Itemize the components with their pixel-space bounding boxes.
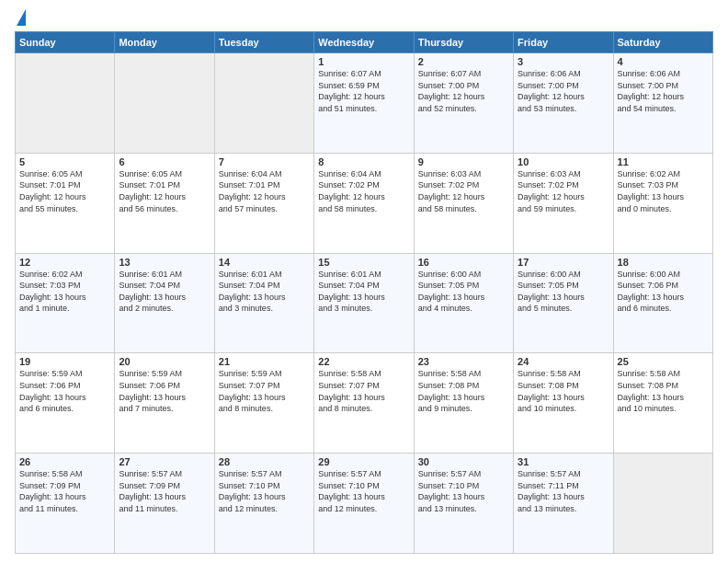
day-number: 20 <box>119 356 210 367</box>
calendar-cell: 10Sunrise: 6:03 AM Sunset: 7:02 PM Dayli… <box>514 153 613 253</box>
day-number: 30 <box>418 456 509 467</box>
day-info-text: Sunrise: 5:58 AM Sunset: 7:08 PM Dayligh… <box>418 368 509 414</box>
logo-triangle-icon <box>17 9 26 26</box>
day-info-text: Sunrise: 6:00 AM Sunset: 7:05 PM Dayligh… <box>518 269 609 315</box>
weekday-header-friday: Friday <box>514 32 613 53</box>
calendar-cell: 13Sunrise: 6:01 AM Sunset: 7:04 PM Dayli… <box>115 253 214 353</box>
day-info-text: Sunrise: 5:57 AM Sunset: 7:10 PM Dayligh… <box>219 468 310 514</box>
calendar-cell: 12Sunrise: 6:02 AM Sunset: 7:03 PM Dayli… <box>16 253 115 353</box>
day-info-text: Sunrise: 6:06 AM Sunset: 7:00 PM Dayligh… <box>618 68 709 114</box>
calendar-cell: 26Sunrise: 5:58 AM Sunset: 7:09 PM Dayli… <box>16 454 115 554</box>
day-number: 2 <box>418 56 509 67</box>
calendar-week-row: 26Sunrise: 5:58 AM Sunset: 7:09 PM Dayli… <box>16 454 713 554</box>
calendar-cell <box>16 53 115 154</box>
day-info-text: Sunrise: 6:01 AM Sunset: 7:04 PM Dayligh… <box>119 269 210 315</box>
day-number: 22 <box>318 356 409 367</box>
calendar-cell: 17Sunrise: 6:00 AM Sunset: 7:05 PM Dayli… <box>514 253 613 353</box>
calendar-cell: 8Sunrise: 6:04 AM Sunset: 7:02 PM Daylig… <box>314 153 414 253</box>
day-info-text: Sunrise: 5:59 AM Sunset: 7:06 PM Dayligh… <box>19 368 110 414</box>
day-number: 28 <box>219 456 310 467</box>
day-number: 14 <box>219 257 310 268</box>
weekday-header-tuesday: Tuesday <box>214 32 313 53</box>
day-number: 21 <box>219 356 310 367</box>
calendar-header: SundayMondayTuesdayWednesdayThursdayFrid… <box>16 32 713 53</box>
calendar-cell: 25Sunrise: 5:58 AM Sunset: 7:08 PM Dayli… <box>613 353 712 454</box>
calendar-cell: 18Sunrise: 6:00 AM Sunset: 7:06 PM Dayli… <box>613 253 712 353</box>
calendar-cell: 20Sunrise: 5:59 AM Sunset: 7:06 PM Dayli… <box>115 353 214 454</box>
day-number: 15 <box>318 257 409 268</box>
day-number: 31 <box>518 456 609 467</box>
header <box>15 11 713 26</box>
weekday-header-monday: Monday <box>115 32 214 53</box>
day-info-text: Sunrise: 5:58 AM Sunset: 7:09 PM Dayligh… <box>19 468 110 514</box>
weekday-header-sunday: Sunday <box>16 32 115 53</box>
day-info-text: Sunrise: 5:58 AM Sunset: 7:08 PM Dayligh… <box>618 368 709 414</box>
calendar-cell <box>115 53 214 154</box>
calendar-cell <box>214 53 313 154</box>
day-info-text: Sunrise: 5:59 AM Sunset: 7:06 PM Dayligh… <box>119 368 210 414</box>
logo <box>15 11 26 26</box>
calendar-cell: 16Sunrise: 6:00 AM Sunset: 7:05 PM Dayli… <box>414 253 513 353</box>
calendar-cell: 23Sunrise: 5:58 AM Sunset: 7:08 PM Dayli… <box>414 353 513 454</box>
calendar-cell: 22Sunrise: 5:58 AM Sunset: 7:07 PM Dayli… <box>314 353 414 454</box>
day-info-text: Sunrise: 5:58 AM Sunset: 7:07 PM Dayligh… <box>318 368 409 414</box>
day-info-text: Sunrise: 5:57 AM Sunset: 7:11 PM Dayligh… <box>518 468 609 514</box>
day-info-text: Sunrise: 6:07 AM Sunset: 6:59 PM Dayligh… <box>318 68 409 114</box>
day-info-text: Sunrise: 6:05 AM Sunset: 7:01 PM Dayligh… <box>19 168 110 214</box>
day-number: 1 <box>318 56 409 67</box>
calendar-cell: 4Sunrise: 6:06 AM Sunset: 7:00 PM Daylig… <box>613 53 712 154</box>
day-number: 12 <box>19 257 110 268</box>
weekday-header-thursday: Thursday <box>414 32 513 53</box>
calendar-cell: 6Sunrise: 6:05 AM Sunset: 7:01 PM Daylig… <box>115 153 214 253</box>
day-number: 11 <box>618 156 709 167</box>
day-number: 26 <box>19 456 110 467</box>
day-info-text: Sunrise: 6:02 AM Sunset: 7:03 PM Dayligh… <box>618 168 709 214</box>
day-number: 17 <box>518 257 609 268</box>
calendar-table: SundayMondayTuesdayWednesdayThursdayFrid… <box>15 31 713 554</box>
calendar-cell: 11Sunrise: 6:02 AM Sunset: 7:03 PM Dayli… <box>613 153 712 253</box>
day-number: 23 <box>418 356 509 367</box>
day-info-text: Sunrise: 6:01 AM Sunset: 7:04 PM Dayligh… <box>219 269 310 315</box>
calendar-cell: 7Sunrise: 6:04 AM Sunset: 7:01 PM Daylig… <box>214 153 313 253</box>
day-info-text: Sunrise: 6:07 AM Sunset: 7:00 PM Dayligh… <box>418 68 509 114</box>
day-number: 9 <box>418 156 509 167</box>
day-number: 5 <box>19 156 110 167</box>
calendar-week-row: 5Sunrise: 6:05 AM Sunset: 7:01 PM Daylig… <box>16 153 713 253</box>
day-number: 24 <box>518 356 609 367</box>
day-info-text: Sunrise: 5:59 AM Sunset: 7:07 PM Dayligh… <box>219 368 310 414</box>
calendar-cell: 3Sunrise: 6:06 AM Sunset: 7:00 PM Daylig… <box>514 53 613 154</box>
calendar-cell: 31Sunrise: 5:57 AM Sunset: 7:11 PM Dayli… <box>514 454 613 554</box>
calendar-week-row: 19Sunrise: 5:59 AM Sunset: 7:06 PM Dayli… <box>16 353 713 454</box>
calendar-week-row: 12Sunrise: 6:02 AM Sunset: 7:03 PM Dayli… <box>16 253 713 353</box>
day-info-text: Sunrise: 5:57 AM Sunset: 7:10 PM Dayligh… <box>418 468 509 514</box>
day-info-text: Sunrise: 6:00 AM Sunset: 7:06 PM Dayligh… <box>618 269 709 315</box>
weekday-header-row: SundayMondayTuesdayWednesdayThursdayFrid… <box>16 32 713 53</box>
day-info-text: Sunrise: 5:57 AM Sunset: 7:10 PM Dayligh… <box>318 468 409 514</box>
calendar-cell: 21Sunrise: 5:59 AM Sunset: 7:07 PM Dayli… <box>214 353 313 454</box>
day-info-text: Sunrise: 6:05 AM Sunset: 7:01 PM Dayligh… <box>119 168 210 214</box>
day-info-text: Sunrise: 6:04 AM Sunset: 7:02 PM Dayligh… <box>318 168 409 214</box>
weekday-header-wednesday: Wednesday <box>314 32 414 53</box>
day-info-text: Sunrise: 6:03 AM Sunset: 7:02 PM Dayligh… <box>518 168 609 214</box>
calendar-cell: 5Sunrise: 6:05 AM Sunset: 7:01 PM Daylig… <box>16 153 115 253</box>
calendar-cell: 1Sunrise: 6:07 AM Sunset: 6:59 PM Daylig… <box>314 53 414 154</box>
day-info-text: Sunrise: 5:57 AM Sunset: 7:09 PM Dayligh… <box>119 468 210 514</box>
day-number: 16 <box>418 257 509 268</box>
day-info-text: Sunrise: 5:58 AM Sunset: 7:08 PM Dayligh… <box>518 368 609 414</box>
day-number: 29 <box>318 456 409 467</box>
day-number: 13 <box>119 257 210 268</box>
day-info-text: Sunrise: 6:02 AM Sunset: 7:03 PM Dayligh… <box>19 269 110 315</box>
day-number: 25 <box>618 356 709 367</box>
calendar-cell: 15Sunrise: 6:01 AM Sunset: 7:04 PM Dayli… <box>314 253 414 353</box>
day-number: 27 <box>119 456 210 467</box>
calendar-cell: 19Sunrise: 5:59 AM Sunset: 7:06 PM Dayli… <box>16 353 115 454</box>
day-number: 8 <box>318 156 409 167</box>
day-number: 3 <box>518 56 609 67</box>
calendar-cell: 2Sunrise: 6:07 AM Sunset: 7:00 PM Daylig… <box>414 53 513 154</box>
calendar-cell: 9Sunrise: 6:03 AM Sunset: 7:02 PM Daylig… <box>414 153 513 253</box>
day-number: 6 <box>119 156 210 167</box>
calendar-cell: 24Sunrise: 5:58 AM Sunset: 7:08 PM Dayli… <box>514 353 613 454</box>
day-number: 18 <box>618 257 709 268</box>
day-info-text: Sunrise: 6:03 AM Sunset: 7:02 PM Dayligh… <box>418 168 509 214</box>
weekday-header-saturday: Saturday <box>613 32 712 53</box>
